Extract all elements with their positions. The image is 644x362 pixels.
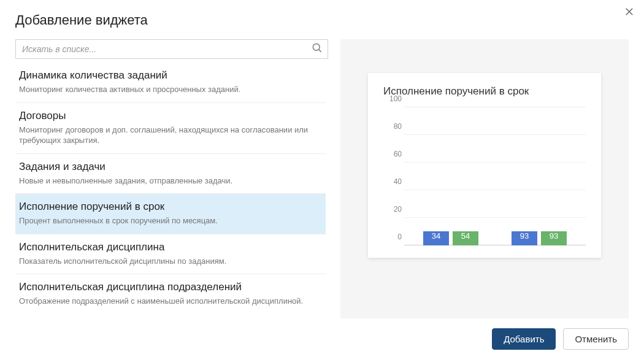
add-button[interactable]: Добавить bbox=[492, 328, 556, 350]
cancel-button[interactable]: Отменить bbox=[563, 328, 629, 350]
dialog-title: Добавление виджета bbox=[15, 12, 629, 28]
widget-item-title: Задания и задачи bbox=[19, 161, 322, 173]
preview-chart: 020406080100 34549393 bbox=[383, 107, 586, 245]
chart-bar-group: 9393 bbox=[507, 231, 571, 245]
chart-bar-label: 93 bbox=[550, 231, 558, 241]
chart-bar-group: 3454 bbox=[419, 231, 483, 245]
chart-y-tick: 80 bbox=[383, 122, 402, 131]
widget-item-title: Исполнительская дисциплина bbox=[19, 241, 322, 253]
widget-item-desc: Мониторинг договоров и доп. соглашений, … bbox=[19, 125, 322, 146]
chart-bar: 54 bbox=[453, 231, 478, 245]
widget-item-desc: Показатель исполнительской дисциплины по… bbox=[19, 256, 322, 267]
widget-item[interactable]: Исполнительская дисциплинаПоказатель исп… bbox=[15, 234, 326, 275]
widget-item-title: Исполнение поручений в срок bbox=[19, 201, 322, 213]
widget-list-pane: Динамика количества заданийМониторинг ко… bbox=[15, 39, 328, 318]
chart-bar-label: 93 bbox=[520, 231, 529, 241]
chart-bar-label: 34 bbox=[432, 231, 440, 241]
widget-item[interactable]: Исполнение поручений в срокПроцент выпол… bbox=[15, 194, 326, 234]
chart-plot: 34549393 bbox=[404, 107, 586, 245]
widget-item-title: Динамика количества заданий bbox=[19, 69, 322, 82]
chart-bar: 34 bbox=[423, 231, 449, 245]
close-icon bbox=[624, 9, 635, 19]
widget-item[interactable]: ДоговорыМониторинг договоров и доп. согл… bbox=[15, 103, 326, 154]
widget-item[interactable]: Исполнительская дисциплина подразделений… bbox=[15, 274, 326, 314]
chart-bar-groups: 34549393 bbox=[404, 107, 586, 245]
dialog-footer: Добавить Отменить bbox=[15, 318, 629, 350]
chart-y-tick: 20 bbox=[383, 205, 402, 214]
widget-item-desc: Отображение подразделений с наименьшей и… bbox=[19, 296, 322, 307]
chart-y-tick: 40 bbox=[383, 177, 402, 186]
add-widget-dialog: Добавление виджета Динамика количества з… bbox=[0, 0, 644, 362]
widget-item-title: Исполнительская дисциплина подразделений bbox=[19, 281, 322, 293]
chart-bar-label: 54 bbox=[461, 231, 470, 241]
search-input[interactable] bbox=[15, 39, 328, 59]
widget-item-title: Договоры bbox=[19, 110, 322, 122]
preview-card: Исполнение поручений в срок 020406080100… bbox=[368, 73, 601, 258]
widget-item-desc: Мониторинг количества активных и просроч… bbox=[19, 84, 322, 95]
close-button[interactable] bbox=[624, 6, 635, 20]
widget-item[interactable]: Динамика количества заданийМониторинг ко… bbox=[15, 63, 326, 103]
preview-pane: Исполнение поручений в срок 020406080100… bbox=[340, 39, 629, 318]
widget-item[interactable]: Задания и задачиНовые и невыполненные за… bbox=[15, 154, 326, 194]
chart-y-tick: 100 bbox=[383, 94, 402, 103]
chart-y-tick: 0 bbox=[383, 233, 402, 241]
widget-list[interactable]: Динамика количества заданийМониторинг ко… bbox=[15, 63, 328, 318]
widget-item-desc: Процент выполненных в срок поручений по … bbox=[19, 215, 322, 226]
chart-y-axis: 020406080100 bbox=[383, 107, 402, 245]
chart-y-tick: 60 bbox=[383, 150, 402, 158]
widget-item-desc: Новые и невыполненные задания, отправлен… bbox=[19, 175, 322, 187]
preview-title: Исполнение поручений в срок bbox=[383, 85, 586, 98]
search-field-wrap bbox=[15, 39, 328, 59]
search-icon bbox=[311, 42, 323, 56]
svg-point-0 bbox=[313, 44, 320, 50]
chart-bar: 93 bbox=[541, 231, 567, 245]
chart-bar: 93 bbox=[512, 231, 537, 245]
